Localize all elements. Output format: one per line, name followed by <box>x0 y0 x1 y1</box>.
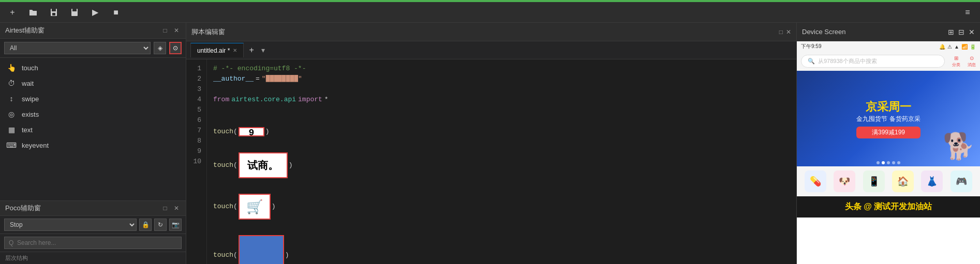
api-item-wait[interactable]: ⏱ wait <box>0 75 186 91</box>
warning-icon: ⚠ <box>947 44 952 50</box>
battery-icon: 🔋 <box>970 44 976 50</box>
wifi-icon: 📶 <box>961 44 968 50</box>
airtest-close-button[interactable]: ✕ <box>172 26 181 35</box>
code-line-8: touch( 试商。 ) <box>213 137 790 178</box>
code-line-9: touch( 🛒 ) <box>213 178 790 220</box>
api-item-swipe[interactable]: ↕ swipe <box>0 91 186 106</box>
search-magnifier-icon: 🔍 <box>808 58 815 65</box>
device-resize-button[interactable]: ⊟ <box>958 28 964 36</box>
poco-minimize-button[interactable]: □ <box>161 204 169 212</box>
editor-tab-untitled[interactable]: untitled.air * ✕ <box>190 43 244 57</box>
folder-button[interactable] <box>27 6 39 19</box>
airtest-filter-btn1[interactable]: ◈ <box>154 42 166 54</box>
airtest-api-list: 👆 touch ⏱ wait ↕ swipe ◎ exists ▦ tex <box>0 58 186 200</box>
tab-add-button[interactable]: + <box>246 45 257 55</box>
save-as-button[interactable] <box>68 6 81 19</box>
phone-icons-row: 💊 🐶 📱 🏠 👗 🎮 <box>797 166 980 196</box>
banner-subtitle: 金九囤货节 备货药京采 <box>856 115 920 123</box>
add-button[interactable]: + <box>6 6 19 19</box>
poco-refresh-button[interactable]: ↻ <box>154 219 167 231</box>
poco-filter-row: Stop 🔒 ↻ 📷 <box>0 216 186 234</box>
exists-icon: ◎ <box>6 110 17 118</box>
api-label-wait: wait <box>22 80 34 87</box>
right-panel: Device Screen ⊞ ⊟ ✕ 下午9:59 🔔 ⚠ ▲ 📶 🔋 <box>796 23 980 264</box>
airtest-panel-title: Airtest辅助窗 <box>5 26 44 35</box>
phone-banner: 京采周一 金九囤货节 备货药京采 满399减199 🐕 <box>797 71 980 166</box>
phone-category-label: 分类 <box>952 62 960 68</box>
device-expand-button[interactable]: ⊞ <box>948 28 954 36</box>
poco-panel-header: Poco辅助窗 □ ✕ <box>0 201 186 216</box>
tab-close-button[interactable]: ✕ <box>233 48 237 53</box>
device-screen-title: Device Screen <box>802 28 846 36</box>
device-screen-content: 下午9:59 🔔 ⚠ ▲ 📶 🔋 🔍 从978938个商品中搜索 ⊞ 分类 <box>797 41 980 264</box>
poco-search-input[interactable] <box>4 237 182 249</box>
airtest-filter-btn2[interactable]: ⊙ <box>169 42 182 54</box>
banner-content: 京采周一 金九囤货节 备货药京采 满399减199 <box>856 99 920 138</box>
menu-button[interactable]: ≡ <box>961 6 974 19</box>
keyevent-icon: ⌨ <box>6 141 17 149</box>
run-button[interactable]: ▶ <box>89 6 101 19</box>
stop-button[interactable]: ■ <box>110 6 122 19</box>
product-icon-4[interactable]: 🏠 <box>892 170 914 192</box>
airtest-minimize-button[interactable]: □ <box>161 26 169 35</box>
api-item-text[interactable]: ▦ text <box>0 122 186 137</box>
api-label-keyevent: keyevent <box>22 142 49 149</box>
svg-rect-4 <box>72 9 77 11</box>
device-close-button[interactable]: ✕ <box>969 28 975 36</box>
product-icon-1[interactable]: 💊 <box>805 170 826 192</box>
product-icon-5[interactable]: 👗 <box>921 170 943 192</box>
code-line-2: __author__ = "████████" <box>213 74 790 84</box>
banner-badge: 满399减199 <box>856 127 920 138</box>
phone-time: 下午9:59 <box>801 43 821 50</box>
banner-dog-icon: 🐕 <box>943 131 975 161</box>
airtest-panel-controls: □ ✕ <box>161 26 181 35</box>
phone-search-text: 从978938个商品中搜索 <box>818 57 877 65</box>
swipe-icon: ↕ <box>6 95 17 103</box>
phone-search-input[interactable]: 🔍 从978938个商品中搜索 <box>801 55 945 68</box>
api-item-exists[interactable]: ◎ exists <box>0 106 186 122</box>
airtest-panel: Airtest辅助窗 □ ✕ All ◈ ⊙ 👆 touch <box>0 23 186 200</box>
code-area[interactable]: # -*- encoding=utf8 -*- __author__ = "██… <box>207 59 796 264</box>
text-icon: ▦ <box>6 126 17 134</box>
overlay-text-inline: 试商。 <box>239 152 288 178</box>
api-label-text: text <box>22 126 33 134</box>
dot-3 <box>887 161 890 164</box>
dot-2 <box>882 161 885 164</box>
code-line-6 <box>213 115 790 126</box>
editor-minimize-button[interactable]: □ <box>779 28 783 36</box>
product-icon-6[interactable]: 🎮 <box>951 170 972 192</box>
api-item-touch[interactable]: 👆 touch <box>0 60 186 75</box>
poco-stop-select[interactable]: Stop <box>4 219 137 231</box>
phone-grid-icon[interactable]: ⊞ 分类 <box>952 55 960 68</box>
product-icon-3[interactable]: 📱 <box>863 170 885 192</box>
api-label-exists: exists <box>22 111 39 118</box>
poco-search-row <box>0 234 186 252</box>
editor-body: 1 2 3 4 5 6 7 8 9 10 # -*- encoding=utf8… <box>186 59 796 264</box>
center-panel: 脚本编辑窗 □ ✕ untitled.air * ✕ + ▾ 1 2 3 4 5… <box>186 23 796 264</box>
save-button[interactable] <box>48 6 60 19</box>
code-line-5 <box>213 105 790 115</box>
dot-4 <box>892 161 895 164</box>
overlay-cart-inline: 🛒 <box>239 194 271 220</box>
airtest-filter-select[interactable]: All <box>4 42 151 54</box>
product-icon-2[interactable]: 🐶 <box>834 170 855 192</box>
editor-title: 脚本编辑窗 <box>191 27 225 37</box>
code-line-10: touch( ) <box>213 220 790 264</box>
editor-header-controls: □ ✕ <box>779 28 791 36</box>
poco-lock-button[interactable]: 🔒 <box>139 219 152 231</box>
poco-close-button[interactable]: ✕ <box>172 204 181 212</box>
phone-explore-icon[interactable]: ⊙ 消息 <box>968 55 976 68</box>
poco-capture-button[interactable]: 📷 <box>169 219 182 231</box>
editor-close-button[interactable]: ✕ <box>786 28 791 36</box>
poco-panel-controls: □ ✕ <box>161 204 181 212</box>
api-item-keyevent[interactable]: ⌨ keyevent <box>0 137 186 153</box>
left-panel: Airtest辅助窗 □ ✕ All ◈ ⊙ 👆 touch <box>0 23 186 264</box>
signal-icon: ▲ <box>954 44 959 50</box>
code-line-7: touch( 9 ) <box>213 126 790 137</box>
tab-dropdown-button[interactable]: ▾ <box>261 46 265 54</box>
overlay-blue-inline <box>239 235 284 264</box>
main-toolbar: + ▶ ■ ≡ <box>0 2 980 23</box>
code-line-1: # -*- encoding=utf8 -*- <box>213 64 790 74</box>
phone-search-bar: 🔍 从978938个商品中搜索 ⊞ 分类 ⊙ 消息 <box>797 52 980 71</box>
airtest-panel-header: Airtest辅助窗 □ ✕ <box>0 23 186 39</box>
